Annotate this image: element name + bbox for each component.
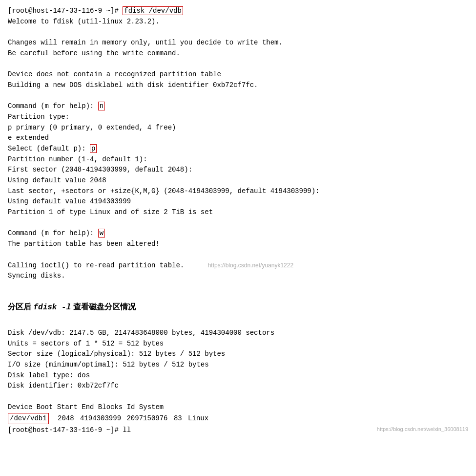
terminal-window: [root@host-147-33-116-9 ~]# fdisk /dev/v… — [8, 6, 468, 436]
calling-line: Calling ioctl() to re-read partition tab… — [8, 260, 468, 271]
section-cmd: fdisk -l — [33, 303, 71, 312]
table-header-line: Device Boot Start End Blocks Id System — [8, 402, 468, 413]
fdisk-command: fdisk /dev/vdb — [123, 6, 183, 15]
disk-info6: Disk identifier: 0xb72cf7fc — [8, 381, 468, 391]
blank-line4 — [8, 218, 468, 229]
blank-line8 — [8, 391, 468, 402]
last-sector-line: Last sector, +sectors or +size{K,M,G} (2… — [8, 186, 468, 197]
n-input: n — [98, 102, 105, 110]
first-sector-line: First sector (2048-4194303999, default 2… — [8, 165, 468, 175]
blocks-cell: 2097150976 — [123, 414, 167, 422]
blank-line7 — [8, 317, 468, 328]
w-input: w — [98, 229, 105, 238]
select-line: Select (default p): p — [8, 144, 468, 154]
blank-line1 — [8, 27, 468, 38]
p-input: p — [90, 144, 97, 153]
prompt-text: [root@host-147-33-116-9 ~]# — [8, 7, 123, 15]
watermark2: https://blog.csdn.net/weixin_36008119 — [377, 425, 468, 433]
disk-info4: I/O size (minimum/optimal): 512 bytes / … — [8, 360, 468, 370]
id-cell: 83 — [169, 414, 182, 422]
e-option-line: e extended — [8, 133, 468, 144]
partition-number-line: Partition number (1-4, default 1): — [8, 154, 468, 165]
blank-line2 — [8, 59, 468, 69]
table-row: /dev/vdb1 2048 4194303999 2097150976 83 … — [8, 413, 468, 425]
blank-line5 — [8, 250, 468, 260]
watermark1: https://blog.csdn.net/yuanyk1222 — [208, 262, 293, 269]
blank-line6 — [8, 281, 468, 292]
welcome-line: Welcome to fdisk (util-linux 2.23.2). — [8, 17, 468, 27]
using-default-line: Using default value 2048 — [8, 175, 468, 186]
section-suffix: 查看磁盘分区情况 — [71, 303, 135, 311]
disk-info2: Units = sectors of 1 * 512 = 512 bytes — [8, 339, 468, 349]
command-line: [root@host-147-33-116-9 ~]# fdisk /dev/v… — [8, 6, 468, 17]
device-cell: /dev/vdb1 — [8, 413, 49, 425]
partition-type-line: Partition type: — [8, 112, 468, 123]
building-line: Building a new DOS disklabel with disk i… — [8, 80, 468, 91]
syncing-line: Syncing disks. — [8, 271, 468, 281]
device-line: Device does not contain a recognized par… — [8, 69, 468, 80]
altered-line: The partition table has been altered! — [8, 239, 468, 250]
section-prefix: 分区后 — [8, 303, 33, 311]
cmd-n-line: Command (m for help): n — [8, 101, 468, 112]
system-cell: Linux — [184, 414, 208, 422]
changes-line: Changes will remain in memory only, unti… — [8, 38, 468, 48]
cmd-w-line: Command (m for help): w — [8, 228, 468, 239]
partition-set-line: Partition 1 of type Linux and of size 2 … — [8, 207, 468, 218]
disk-info5: Disk label type: dos — [8, 370, 468, 381]
bottom-prompt-line: [root@host-147-33-116-9 ~]# ll https://b… — [8, 425, 468, 436]
using-default2-line: Using default value 4194303999 — [8, 196, 468, 207]
careful-line: Be careful before using the write comman… — [8, 48, 468, 59]
end-cell: 4194303999 — [76, 414, 121, 422]
disk-info1: Disk /dev/vdb: 2147.5 GB, 2147483648000 … — [8, 328, 468, 339]
blank-line3 — [8, 91, 468, 102]
start-cell: 2048 — [54, 414, 74, 422]
disk-info3: Sector size (logical/physical): 512 byte… — [8, 349, 468, 360]
p-option-line: p primary (0 primary, 0 extended, 4 free… — [8, 123, 468, 133]
section-heading: 分区后 fdisk -l 查看磁盘分区情况 — [8, 301, 468, 314]
